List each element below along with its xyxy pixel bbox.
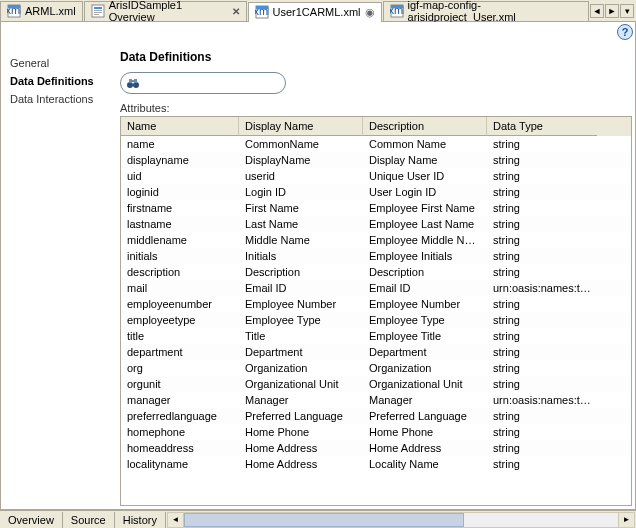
table-cell: Email ID bbox=[363, 280, 487, 296]
search-box bbox=[120, 72, 286, 94]
svg-rect-5 bbox=[94, 10, 102, 11]
table-cell: mail bbox=[121, 280, 239, 296]
binoculars-icon bbox=[125, 75, 141, 91]
table-row[interactable]: initialsInitialsEmployee Initialsstring bbox=[121, 248, 631, 264]
svg-rect-4 bbox=[94, 7, 102, 9]
table-row[interactable]: loginidLogin IDUser Login IDstring bbox=[121, 184, 631, 200]
editor-tab-bar: xmlARML.xmlArisIDSample1 Overview✕xmlUse… bbox=[0, 0, 636, 22]
table-cell: Employee First Name bbox=[363, 200, 487, 216]
table-cell: Description bbox=[239, 264, 363, 280]
table-row[interactable]: orgunitOrganizational UnitOrganizational… bbox=[121, 376, 631, 392]
table-cell: string bbox=[487, 312, 597, 328]
bottom-tab[interactable]: Overview bbox=[0, 512, 63, 528]
table-row[interactable]: descriptionDescriptionDescriptionstring bbox=[121, 264, 631, 280]
bottom-tab[interactable]: History bbox=[115, 512, 166, 528]
editor-tab[interactable]: xmlARML.xml bbox=[0, 1, 83, 21]
table-row[interactable]: homephoneHome PhoneHome Phonestring bbox=[121, 424, 631, 440]
table-row[interactable]: orgOrganizationOrganizationstring bbox=[121, 360, 631, 376]
main-content: Data Definitions Attributes: NameDisplay… bbox=[120, 40, 632, 506]
pin-icon[interactable]: ◉ bbox=[365, 6, 375, 19]
table-cell: Home Address bbox=[239, 456, 363, 472]
table-cell: localityname bbox=[121, 456, 239, 472]
tab-prev-button[interactable]: ◄ bbox=[590, 4, 604, 18]
table-cell: string bbox=[487, 456, 597, 472]
table-row[interactable]: firstnameFirst NameEmployee First Namest… bbox=[121, 200, 631, 216]
table-row[interactable]: uiduseridUnique User IDstring bbox=[121, 168, 631, 184]
xml-file-icon: xml bbox=[255, 5, 269, 19]
table-cell: string bbox=[487, 200, 597, 216]
hscroll-right-button[interactable]: ► bbox=[618, 513, 634, 527]
horizontal-scrollbar[interactable]: ◄ ► bbox=[167, 512, 635, 528]
table-cell: string bbox=[487, 296, 597, 312]
table-cell: loginid bbox=[121, 184, 239, 200]
table-row[interactable]: middlenameMiddle NameEmployee Middle Nam… bbox=[121, 232, 631, 248]
table-cell: string bbox=[487, 376, 597, 392]
table-body[interactable]: nameCommonNameCommon Namestringdisplayna… bbox=[121, 136, 631, 505]
help-button[interactable]: ? bbox=[617, 24, 633, 40]
table-cell: firstname bbox=[121, 200, 239, 216]
tab-list-button[interactable]: ▾ bbox=[620, 4, 634, 18]
tab-next-button[interactable]: ► bbox=[605, 4, 619, 18]
bottom-tab[interactable]: Source bbox=[63, 512, 115, 528]
table-cell: CommonName bbox=[239, 136, 363, 152]
close-icon[interactable]: ✕ bbox=[232, 6, 240, 17]
table-cell: homeaddress bbox=[121, 440, 239, 456]
hscroll-thumb[interactable] bbox=[184, 513, 464, 527]
table-row[interactable]: displaynameDisplayNameDisplay Namestring bbox=[121, 152, 631, 168]
table-row[interactable]: managerManagerManagerurn:oasis:names:tc:… bbox=[121, 392, 631, 408]
table-row[interactable]: departmentDepartmentDepartmentstring bbox=[121, 344, 631, 360]
table-row[interactable]: titleTitleEmployee Titlestring bbox=[121, 328, 631, 344]
table-row[interactable]: employeetypeEmployee TypeEmployee Typest… bbox=[121, 312, 631, 328]
table-cell: Initials bbox=[239, 248, 363, 264]
hscroll-left-button[interactable]: ◄ bbox=[168, 513, 184, 527]
svg-rect-7 bbox=[94, 14, 99, 15]
table-row[interactable]: nameCommonNameCommon Namestring bbox=[121, 136, 631, 152]
table-cell: Employee Number bbox=[363, 296, 487, 312]
column-header[interactable]: Name bbox=[121, 117, 239, 136]
form-file-icon bbox=[91, 4, 105, 18]
table-row[interactable]: mailEmail IDEmail IDurn:oasis:names:tc:x… bbox=[121, 280, 631, 296]
search-input[interactable] bbox=[145, 77, 275, 89]
table-cell: department bbox=[121, 344, 239, 360]
table-cell: Employee Middle Name bbox=[363, 232, 487, 248]
table-cell: Home Address bbox=[363, 440, 487, 456]
table-cell: urn:oasis:names:tc:xa.. bbox=[487, 392, 597, 408]
table-cell: Home Phone bbox=[239, 424, 363, 440]
editor-tab[interactable]: xmlUser1CARML.xml◉ bbox=[248, 2, 382, 22]
column-header[interactable]: Description bbox=[363, 117, 487, 136]
table-cell: Locality Name bbox=[363, 456, 487, 472]
table-cell: string bbox=[487, 344, 597, 360]
table-cell: Organizational Unit bbox=[239, 376, 363, 392]
table-cell: manager bbox=[121, 392, 239, 408]
table-row[interactable]: employeenumberEmployee NumberEmployee Nu… bbox=[121, 296, 631, 312]
table-cell: Last Name bbox=[239, 216, 363, 232]
table-cell: employeetype bbox=[121, 312, 239, 328]
editor-tab[interactable]: ArisIDSample1 Overview✕ bbox=[84, 1, 247, 21]
sidebar-item[interactable]: Data Definitions bbox=[4, 72, 120, 90]
table-row[interactable]: homeaddressHome AddressHome Addressstrin… bbox=[121, 440, 631, 456]
table-cell: string bbox=[487, 232, 597, 248]
table-cell: homephone bbox=[121, 424, 239, 440]
tab-label: User1CARML.xml bbox=[273, 6, 361, 18]
column-header[interactable]: Data Type bbox=[487, 117, 597, 136]
xml-file-icon: xml bbox=[390, 4, 404, 18]
table-cell: string bbox=[487, 408, 597, 424]
table-row[interactable]: localitynameHome AddressLocality Namestr… bbox=[121, 456, 631, 472]
tab-nav: ◄ ► ▾ bbox=[590, 4, 636, 18]
table-row[interactable]: lastnameLast NameEmployee Last Namestrin… bbox=[121, 216, 631, 232]
svg-rect-18 bbox=[131, 80, 135, 82]
tab-label: ArisIDSample1 Overview bbox=[109, 0, 226, 23]
editor-tab[interactable]: xmligf-map-config-arisidproject_User.xml bbox=[383, 1, 589, 21]
column-header[interactable]: Display Name bbox=[239, 117, 363, 136]
table-row[interactable]: preferredlanguagePreferred LanguagePrefe… bbox=[121, 408, 631, 424]
table-cell: employeenumber bbox=[121, 296, 239, 312]
table-cell: string bbox=[487, 184, 597, 200]
attributes-label: Attributes: bbox=[120, 102, 632, 114]
table-cell: string bbox=[487, 136, 597, 152]
sidebar-item[interactable]: Data Interactions bbox=[4, 90, 120, 108]
sidebar-item[interactable]: General bbox=[4, 54, 120, 72]
table-cell: Organization bbox=[363, 360, 487, 376]
table-cell: Preferred Language bbox=[239, 408, 363, 424]
table-cell: Home Phone bbox=[363, 424, 487, 440]
table-cell: description bbox=[121, 264, 239, 280]
